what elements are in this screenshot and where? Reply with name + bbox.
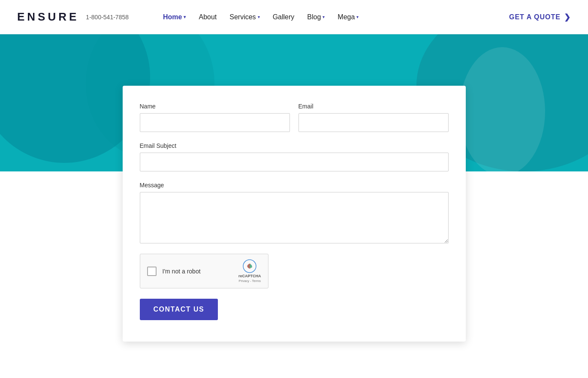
chevron-down-icon: ▾ <box>258 15 260 19</box>
header: ENSURE 1-800-541-7858 Home ▾ About Servi… <box>0 0 588 34</box>
name-label: Name <box>140 103 290 110</box>
message-group: Message <box>140 182 449 243</box>
chevron-down-icon: ▾ <box>356 15 359 19</box>
logo-area: ENSURE 1-800-541-7858 <box>17 10 129 24</box>
nav-home[interactable]: Home ▾ <box>163 13 186 21</box>
recaptcha-brand: reCAPTCHA Privacy - Terms <box>238 274 261 283</box>
captcha-logo-area: reCAPTCHA Privacy - Terms <box>238 259 261 283</box>
captcha-box[interactable]: I'm not a robot reCAPTCHA Privacy - Term… <box>140 254 268 288</box>
nav-services[interactable]: Services ▾ <box>229 13 259 21</box>
contact-form-card: Name Email Email Subject Message <box>123 86 466 342</box>
chevron-down-icon: ▾ <box>184 15 186 19</box>
subject-input[interactable] <box>140 153 449 171</box>
email-input[interactable] <box>299 113 449 132</box>
phone-number[interactable]: 1-800-541-7858 <box>86 14 129 21</box>
subject-label: Email Subject <box>140 142 449 149</box>
contact-us-button[interactable]: CONTACT US <box>140 299 218 320</box>
name-input[interactable] <box>140 113 290 132</box>
name-group: Name <box>140 103 290 132</box>
nav-gallery[interactable]: Gallery <box>273 13 295 21</box>
nav-blog[interactable]: Blog ▾ <box>307 13 325 21</box>
main-nav: Home ▾ About Services ▾ Gallery Blog ▾ M… <box>163 13 509 21</box>
message-row: Message <box>140 182 449 243</box>
nav-about[interactable]: About <box>199 13 217 21</box>
recaptcha-icon <box>243 259 256 273</box>
email-group: Email <box>299 103 449 132</box>
arrow-right-icon: ❯ <box>564 12 571 22</box>
subject-row: Email Subject <box>140 142 449 171</box>
subject-group: Email Subject <box>140 142 449 171</box>
message-label: Message <box>140 182 449 189</box>
logo[interactable]: ENSURE <box>17 10 79 24</box>
name-email-row: Name Email <box>140 103 449 132</box>
captcha-checkbox[interactable] <box>147 267 157 276</box>
get-quote-button[interactable]: GET A QUOTE ❯ <box>509 12 571 22</box>
captcha-label: I'm not a robot <box>163 268 232 275</box>
form-section: Name Email Email Subject Message <box>0 86 588 367</box>
chevron-down-icon: ▾ <box>323 15 325 19</box>
email-label: Email <box>299 103 449 110</box>
message-textarea[interactable] <box>140 192 449 243</box>
nav-mega[interactable]: Mega ▾ <box>338 13 359 21</box>
captcha-area: I'm not a robot reCAPTCHA Privacy - Term… <box>140 254 449 288</box>
